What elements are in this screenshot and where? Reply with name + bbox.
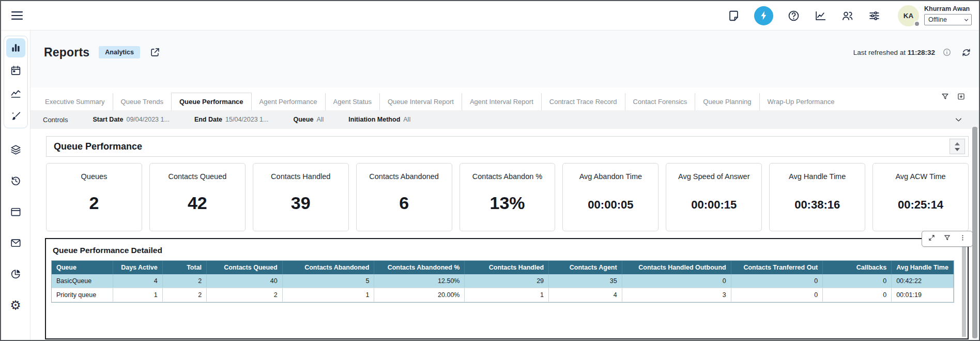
sidebar: ⚙ [1,31,30,340]
menu-icon[interactable] [9,8,25,23]
info-icon[interactable] [942,48,952,57]
column-header-contacts-handled[interactable]: Contacts Handled [465,261,549,274]
tab-agent-status[interactable]: Agent Status [325,93,379,110]
kebab-icon[interactable] [959,234,967,244]
sidebar-item-bar-chart[interactable] [6,38,25,57]
metric-card-avg-speed-of-answer: Avg Speed of Answer00:00:15 [666,163,762,231]
cell: 0 [731,288,822,302]
tab-queue-planning[interactable]: Queue Planning [695,93,759,110]
column-header-contacts-abandoned[interactable]: Contacts Abandoned [282,261,374,274]
column-header-contacts-agent[interactable]: Contacts Agent [549,261,622,274]
external-link-icon[interactable] [149,47,161,58]
page-scrollbar-thumb[interactable] [972,127,977,338]
metric-cards: Queues2Contacts Queued42Contacts Handled… [46,163,969,231]
sidebar-item-history[interactable] [6,171,25,190]
table-header-row: QueueDays ActiveTotalContacts QueuedCont… [52,261,954,274]
sidebar-item-pie[interactable] [6,264,25,284]
status-dot-icon [914,21,920,27]
column-header-callbacks[interactable]: Callbacks [823,261,892,274]
cell: 0 [622,274,731,288]
tab-queue-trends[interactable]: Queue Trends [113,93,171,110]
control-initiation-method[interactable]: Initiation MethodAll [348,116,410,123]
sidebar-item-calendar[interactable] [6,61,25,80]
sidebar-item-brush[interactable] [6,107,25,126]
metric-label: Queues [47,172,142,181]
chevron-down-icon[interactable] [954,115,963,125]
tab-agent-performance[interactable]: Agent Performance [252,93,325,110]
stepper-down-icon[interactable] [955,148,960,151]
page-header: Reports Analytics Last refreshed at 11:2… [30,31,979,74]
tab-agent-interval-report[interactable]: Agent Interval Report [462,93,541,110]
tab-contact-forensics[interactable]: Contact Forensics [625,93,695,110]
tab-wrap-up-performance[interactable]: Wrap-Up Performance [759,93,843,110]
analytics-badge: Analytics [99,46,140,58]
cell: 1 [465,288,549,302]
status-select[interactable]: Offline [924,14,972,25]
sidebar-group [4,36,28,128]
column-header-avg-handle-time[interactable]: Avg Handle Time [892,261,954,274]
table-row-priority-queue[interactable]: Priority queue122120.00%1430000:01:19 [52,288,954,302]
sidebar-item-gear[interactable]: ⚙ [6,295,25,315]
sidebar-item-layers[interactable] [6,140,25,159]
column-header-queue[interactable]: Queue [52,261,113,274]
tab-queue-interval-report[interactable]: Queue Interval Report [379,93,462,110]
section-stepper [950,139,965,154]
detail-widget: Queue Performance Detailed QueueDays Act… [45,238,969,339]
top-bar: KA Khurram Awan Offline [1,1,979,31]
table-row-basicqueue[interactable]: BasicQueue4240512.50%293500000:42:22 [52,274,954,288]
page-scrollbar [972,125,977,338]
filter-icon[interactable] [941,92,950,103]
help-icon[interactable] [787,9,800,22]
notes-icon[interactable] [727,9,740,22]
cell: 0 [731,274,822,288]
sliders-icon[interactable] [868,9,881,22]
metric-label: Contacts Handled [253,172,348,181]
cell: 5 [282,274,374,288]
sidebar-item-mail[interactable] [6,233,25,253]
metric-value: 00:00:05 [563,198,658,212]
sidebar-item-line-chart[interactable] [6,84,25,103]
metric-value: 6 [357,193,452,213]
sidebar-item-window[interactable] [6,202,25,221]
metric-card-queues: Queues2 [46,163,142,231]
user-block: KA Khurram Awan Offline [898,5,972,26]
avatar[interactable]: KA [898,5,919,26]
page-title: Reports [44,46,89,60]
refresh-icon[interactable] [961,47,972,58]
cell: 0 [823,274,892,288]
column-header-days-active[interactable]: Days Active [113,261,162,274]
control-queue[interactable]: QueueAll [293,116,324,123]
control-start-date[interactable]: Start Date09/04/2023 1... [93,116,169,123]
box-arrow-icon[interactable] [957,92,966,103]
tab-executive-summary[interactable]: Executive Summary [37,93,113,110]
metric-value: 13% [460,193,555,213]
column-header-total[interactable]: Total [162,261,207,274]
cell: BasicQueue [52,274,113,288]
metric-label: Contacts Abandon % [460,172,555,181]
filter-icon[interactable] [943,234,951,244]
controls-label: Controls [43,116,68,124]
metric-card-avg-handle-time: Avg Handle Time00:38:16 [769,163,865,231]
expand-icon[interactable] [928,234,936,244]
detail-title: Queue Performance Detailed [46,239,968,260]
stepper-up-icon[interactable] [955,142,960,145]
controls-row: Controls Start Date09/04/2023 1...End Da… [30,110,979,129]
users-icon[interactable] [841,9,854,22]
tab-queue-performance[interactable]: Queue Performance [171,93,252,110]
tab-contract-trace-record[interactable]: Contract Trace Record [541,93,625,110]
column-header-contacts-abandoned-[interactable]: Contacts Abandoned % [374,261,465,274]
last-refreshed: Last refreshed at 11:28:32 [853,49,935,56]
metric-value: 00:25:14 [873,198,968,212]
cell: 35 [549,274,622,288]
metric-value: 39 [253,193,348,213]
chevron-down-icon [963,17,970,23]
widget-scrollbar-thumb[interactable] [962,241,966,337]
column-header-contacts-handled-outbound[interactable]: Contacts Handled Outbound [622,261,731,274]
control-end-date[interactable]: End Date15/04/2023 1... [194,116,269,123]
main-area: Reports Analytics Last refreshed at 11:2… [30,31,979,340]
metrics-icon[interactable] [814,9,827,22]
column-header-contacts-tranferred-out[interactable]: Contacts Tranferred Out [731,261,822,274]
column-header-contacts-queued[interactable]: Contacts Queued [207,261,283,274]
bolt-icon[interactable] [754,6,773,25]
cell: 2 [207,288,283,302]
